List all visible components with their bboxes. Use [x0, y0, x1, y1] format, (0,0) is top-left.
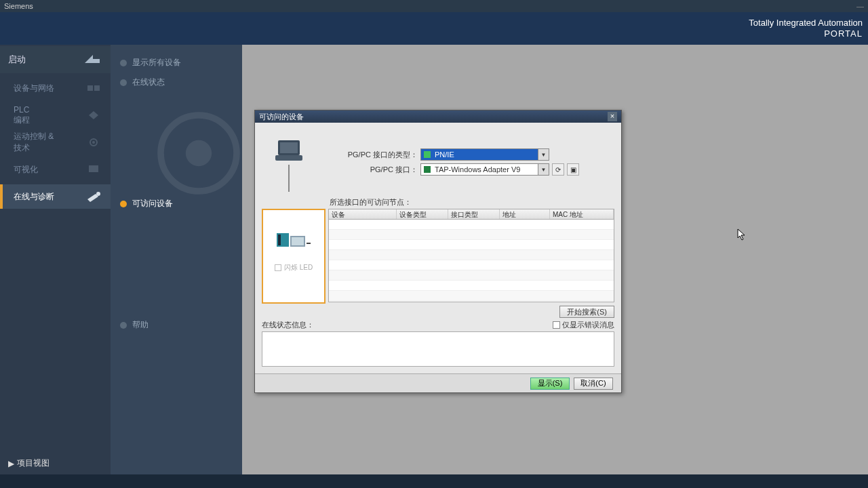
device-table-header: 设备 设备类型 接口类型 地址 MAC 地址 — [328, 209, 614, 220]
col-interface-type: 接口类型 — [448, 209, 500, 219]
nav-visualization: 可视化 — [0, 157, 111, 182]
svg-point-4 — [92, 141, 95, 144]
screen-icon — [83, 163, 104, 176]
footer-bar — [0, 474, 868, 488]
col-device: 设备 — [329, 209, 397, 219]
show-button[interactable]: 显示(S) — [530, 378, 570, 390]
interface-label: PG/PC 接口： — [323, 165, 418, 175]
close-icon[interactable]: × — [608, 112, 617, 121]
radio-icon — [120, 322, 127, 329]
svg-rect-1 — [94, 85, 100, 91]
status-log — [262, 331, 614, 367]
start-icon — [82, 52, 102, 67]
interface-dropdown[interactable]: TAP-Windows Adapter V9 ▼ — [420, 163, 549, 176]
portal-left-panel: 启动 设备与网络 PLC 编程 运动控制 & 技术 可视化 在线与诊断 ▶ 项目 — [0, 45, 111, 474]
svg-rect-13 — [424, 166, 431, 173]
svg-rect-18 — [307, 243, 311, 244]
nodes-label: 所选接口的可访问节点： — [330, 197, 614, 207]
errors-only-checkbox[interactable] — [553, 321, 560, 329]
portal-start[interactable]: 启动 — [0, 46, 111, 73]
nav-motion-tech: 运动控制 & 技术 — [0, 130, 111, 155]
status-label: 在线状态信息： — [262, 320, 553, 330]
window-min-icon[interactable]: — — [856, 2, 864, 10]
flash-led-label: 闪烁 LED — [284, 263, 313, 272]
flash-led-checkbox — [275, 264, 281, 271]
config-button[interactable]: ▣ — [567, 163, 579, 176]
col-mac: MAC 地址 — [550, 209, 614, 219]
brand-line2: PORTAL — [749, 28, 863, 39]
mid-help[interactable]: 帮助 — [111, 315, 242, 335]
brand-bar: Totally Integrated Automation PORTAL — [0, 12, 868, 45]
col-address: 地址 — [500, 209, 550, 219]
nav-online-diagnostics[interactable]: 在线与诊断 — [0, 184, 111, 209]
laptop-icon — [273, 138, 305, 165]
content-area: 可访问的设备 × PG/PC 接口的类型： — [242, 45, 868, 474]
app-name: Siemens — [4, 2, 33, 10]
radio-icon — [120, 79, 127, 86]
interface-type-dropdown[interactable]: PN/IE ▼ — [420, 148, 549, 161]
brand-line1: Totally Integrated Automation — [749, 18, 863, 28]
mid-online-status[interactable]: 在线状态 — [111, 73, 242, 92]
interface-type-label: PG/PC 接口的类型： — [323, 150, 418, 160]
wrench-icon — [83, 190, 104, 203]
portal-mid-panel: 显示所有设备 在线状态 可访问设备 帮助 — [111, 45, 242, 474]
radio-icon — [120, 201, 127, 207]
chevron-down-icon[interactable]: ▼ — [538, 149, 549, 160]
project-view-link[interactable]: ▶ 项目视图 — [0, 452, 111, 474]
start-search-button[interactable]: 开始搜索(S) — [559, 306, 614, 318]
gear-bg-icon — [144, 99, 253, 207]
triangle-right-icon: ▶ — [8, 459, 14, 468]
radio-icon — [120, 60, 127, 66]
svg-marker-2 — [89, 111, 98, 119]
dialog-titlebar[interactable]: 可访问的设备 × — [255, 110, 621, 123]
pnie-icon — [422, 150, 432, 159]
svg-rect-5 — [89, 165, 98, 172]
svg-rect-15 — [278, 235, 281, 245]
svg-rect-10 — [280, 142, 298, 153]
nav-plc-programming: PLC 编程 — [0, 103, 111, 127]
mid-show-all-devices[interactable]: 显示所有设备 — [111, 53, 242, 73]
col-device-type: 设备类型 — [397, 209, 448, 219]
svg-point-6 — [96, 192, 100, 196]
devices-icon — [83, 81, 104, 95]
plc-icon — [83, 108, 104, 122]
errors-only-label: 仅显示错误消息 — [562, 320, 614, 330]
adapter-icon — [422, 165, 432, 174]
cursor-icon — [737, 228, 747, 243]
refresh-button[interactable]: ⟳ — [552, 163, 564, 176]
device-preview: 闪烁 LED — [262, 209, 326, 304]
nav-devices-networks: 设备与网络 — [0, 76, 111, 100]
plc-device-icon — [275, 230, 312, 249]
svg-point-8 — [186, 140, 212, 166]
gear-icon — [83, 136, 104, 149]
svg-rect-0 — [87, 85, 93, 91]
connector-line — [288, 165, 290, 192]
device-table-body[interactable] — [328, 220, 614, 302]
accessible-devices-dialog: 可访问的设备 × PG/PC 接口的类型： — [254, 110, 622, 393]
svg-rect-17 — [292, 237, 304, 245]
cancel-button[interactable]: 取消(C) — [574, 378, 613, 390]
svg-rect-12 — [424, 151, 431, 158]
chevron-down-icon[interactable]: ▼ — [538, 164, 549, 175]
svg-rect-11 — [275, 155, 302, 161]
window-titlebar: Siemens — — [0, 0, 868, 12]
